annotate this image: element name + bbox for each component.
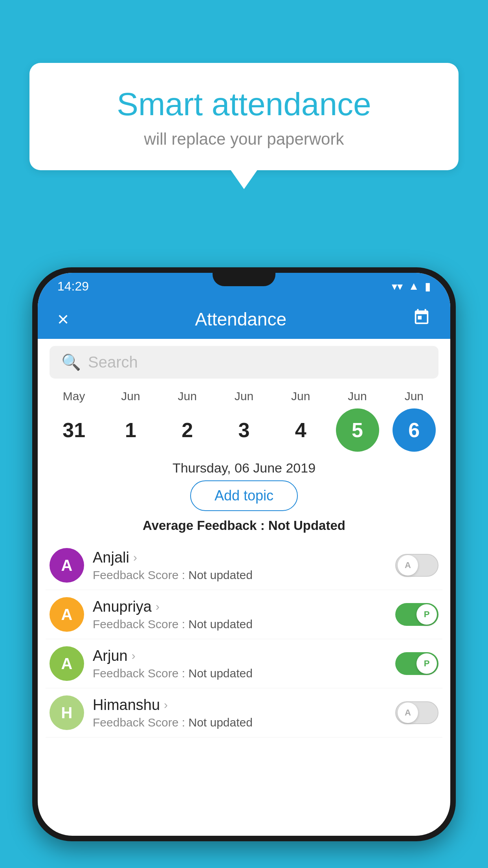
cal-date-number: 6 <box>393 408 436 452</box>
wifi-icon: ▾▾ <box>392 280 403 293</box>
student-name: Anjali › <box>93 549 395 566</box>
student-score: Feedback Score : Not updated <box>93 716 395 729</box>
status-icons: ▾▾ ▲ ▮ <box>392 280 431 293</box>
student-avatar: H <box>50 695 84 730</box>
calendar-day[interactable]: Jun3 <box>218 390 270 452</box>
signal-icon: ▲ <box>408 280 419 292</box>
toggle-switch[interactable]: A <box>395 701 438 724</box>
calendar-day[interactable]: Jun6 <box>389 390 440 452</box>
toggle-thumb: P <box>416 604 437 625</box>
cal-date-number: 31 <box>52 408 95 452</box>
student-row[interactable]: HHimanshu ›Feedback Score : Not updatedA <box>46 688 442 737</box>
cal-month-label: May <box>63 390 85 403</box>
calendar-day[interactable]: Jun1 <box>105 390 156 452</box>
student-info: Anupriya ›Feedback Score : Not updated <box>93 598 395 631</box>
student-score: Feedback Score : Not updated <box>93 618 395 631</box>
student-info: Anjali ›Feedback Score : Not updated <box>93 549 395 582</box>
chevron-icon: › <box>164 698 168 712</box>
cal-date-number: 1 <box>109 408 152 452</box>
attendance-toggle[interactable]: A <box>395 701 438 724</box>
student-avatar: A <box>50 646 84 681</box>
chevron-icon: › <box>133 551 137 564</box>
student-name: Himanshu › <box>93 697 395 714</box>
toggle-thumb: P <box>416 653 437 674</box>
avg-feedback-label: Average Feedback : <box>143 518 268 533</box>
calendar-icon[interactable] <box>409 304 435 334</box>
toggle-switch[interactable]: A <box>395 554 438 577</box>
attendance-toggle[interactable]: P <box>395 652 438 675</box>
toggle-thumb: A <box>398 555 418 576</box>
attendance-toggle[interactable]: A <box>395 554 438 577</box>
cal-date-number: 2 <box>166 408 209 452</box>
phone-wrapper: 14:29 ▾▾ ▲ ▮ × Attendance 🔍 <box>32 267 456 868</box>
speech-bubble: Smart attendance will replace your paper… <box>29 63 459 170</box>
chevron-icon: › <box>132 649 136 662</box>
student-score: Feedback Score : Not updated <box>93 568 395 582</box>
phone-notch <box>213 267 275 286</box>
calendar-day[interactable]: Jun5 <box>332 390 383 452</box>
student-list: AAnjali ›Feedback Score : Not updatedAAA… <box>38 541 450 737</box>
cal-date-number: 4 <box>279 408 322 452</box>
cal-date-number: 5 <box>336 408 379 452</box>
chevron-icon: › <box>156 600 160 613</box>
app-bar: × Attendance <box>38 300 450 339</box>
cal-month-label: Jun <box>178 390 197 403</box>
toggle-thumb: A <box>398 702 418 723</box>
student-row[interactable]: AArjun ›Feedback Score : Not updatedP <box>46 639 442 688</box>
cal-date-number: 3 <box>222 408 266 452</box>
calendar-day[interactable]: Jun2 <box>162 390 213 452</box>
student-info: Himanshu ›Feedback Score : Not updated <box>93 697 395 729</box>
student-name: Arjun › <box>93 647 395 664</box>
speech-bubble-section: Smart attendance will replace your paper… <box>29 63 459 189</box>
student-avatar: A <box>50 548 84 583</box>
student-score: Feedback Score : Not updated <box>93 667 395 680</box>
selected-date-label: Thursday, 06 June 2019 <box>38 460 450 476</box>
student-info: Arjun ›Feedback Score : Not updated <box>93 647 395 680</box>
close-button[interactable]: × <box>53 304 73 335</box>
calendar-strip: May31Jun1Jun2Jun3Jun4Jun5Jun6 <box>38 386 450 452</box>
toggle-switch[interactable]: P <box>395 652 438 675</box>
avg-feedback-value: Not Updated <box>268 518 345 533</box>
cal-month-label: Jun <box>121 390 140 403</box>
bubble-title: Smart attendance <box>61 86 427 122</box>
student-row[interactable]: AAnjali ›Feedback Score : Not updatedA <box>46 541 442 590</box>
app-bar-title: Attendance <box>195 309 286 330</box>
battery-icon: ▮ <box>425 280 431 293</box>
attendance-toggle[interactable]: P <box>395 603 438 626</box>
cal-month-label: Jun <box>291 390 310 403</box>
calendar-day[interactable]: May31 <box>48 390 99 452</box>
student-name: Anupriya › <box>93 598 395 615</box>
student-avatar: A <box>50 597 84 632</box>
avg-feedback: Average Feedback : Not Updated <box>38 518 450 533</box>
status-time: 14:29 <box>57 279 89 294</box>
search-bar[interactable]: 🔍 Search <box>50 346 438 379</box>
search-icon: 🔍 <box>61 353 81 371</box>
bubble-subtitle: will replace your paperwork <box>61 130 427 149</box>
calendar-day[interactable]: Jun4 <box>275 390 326 452</box>
phone-frame: 14:29 ▾▾ ▲ ▮ × Attendance 🔍 <box>32 267 456 841</box>
add-topic-button[interactable]: Add topic <box>190 480 298 511</box>
bubble-tail <box>230 169 258 189</box>
cal-month-label: Jun <box>235 390 253 403</box>
student-row[interactable]: AAnupriya ›Feedback Score : Not updatedP <box>46 590 442 639</box>
cal-month-label: Jun <box>405 390 424 403</box>
phone-screen: 14:29 ▾▾ ▲ ▮ × Attendance 🔍 <box>38 273 450 836</box>
search-placeholder: Search <box>88 353 138 371</box>
toggle-switch[interactable]: P <box>395 603 438 626</box>
cal-month-label: Jun <box>348 390 367 403</box>
